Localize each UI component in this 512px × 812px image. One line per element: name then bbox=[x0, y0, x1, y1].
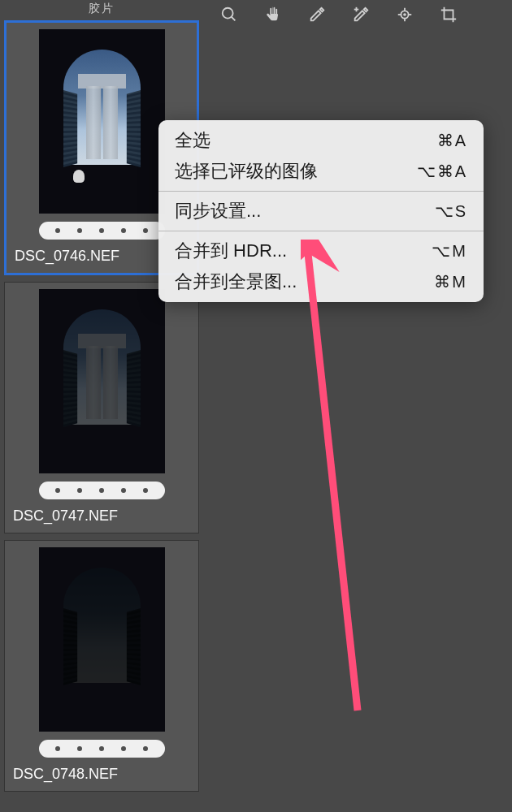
eyedropper-plus-icon[interactable] bbox=[349, 3, 372, 26]
rating-dots[interactable] bbox=[39, 740, 165, 758]
menu-select-all[interactable]: 全选 ⌘A bbox=[158, 125, 484, 156]
menu-label: 合并到 HDR... bbox=[175, 239, 287, 263]
thumbnail-item[interactable]: DSC_0747.NEF bbox=[4, 282, 199, 533]
menu-shortcut: ⌥S bbox=[435, 201, 467, 221]
thumbnail-filename: DSC_0747.NEF bbox=[11, 508, 192, 525]
svg-point-0 bbox=[223, 8, 233, 19]
menu-merge-hdr[interactable]: 合并到 HDR... ⌥M bbox=[158, 235, 484, 266]
menu-merge-panorama[interactable]: 合并到全景图... ⌘M bbox=[158, 266, 484, 297]
target-adjust-icon[interactable] bbox=[393, 3, 416, 26]
menu-shortcut: ⌥M bbox=[432, 241, 467, 261]
thumbnail-item[interactable]: DSC_0748.NEF bbox=[4, 540, 199, 792]
crop-icon[interactable] bbox=[437, 3, 460, 26]
menu-shortcut: ⌥⌘A bbox=[417, 162, 467, 181]
menu-shortcut: ⌘A bbox=[437, 131, 467, 150]
menu-select-rated[interactable]: 选择已评级的图像 ⌥⌘A bbox=[158, 156, 484, 187]
menu-divider bbox=[158, 231, 484, 231]
zoom-icon[interactable] bbox=[218, 3, 241, 26]
menu-label: 同步设置... bbox=[175, 199, 261, 223]
eyedropper-icon[interactable] bbox=[306, 3, 328, 26]
main-toolbar bbox=[203, 0, 512, 29]
hand-icon[interactable] bbox=[262, 3, 284, 26]
context-menu: 全选 ⌘A 选择已评级的图像 ⌥⌘A 同步设置... ⌥S 合并到 HDR...… bbox=[158, 120, 484, 302]
rating-dots[interactable] bbox=[39, 222, 165, 240]
thumbnail-image bbox=[39, 289, 165, 473]
thumbnail-filename: DSC_0748.NEF bbox=[11, 766, 192, 783]
menu-divider bbox=[158, 191, 484, 192]
thumbnail-image bbox=[39, 547, 165, 732]
svg-line-1 bbox=[232, 17, 236, 21]
menu-sync-settings[interactable]: 同步设置... ⌥S bbox=[158, 196, 484, 227]
svg-point-5 bbox=[404, 14, 406, 15]
menu-label: 全选 bbox=[175, 128, 210, 153]
menu-shortcut: ⌘M bbox=[434, 272, 467, 292]
sidebar-header: 胶片 bbox=[4, 0, 199, 20]
thumbnail-image bbox=[39, 29, 165, 214]
menu-label: 合并到全景图... bbox=[175, 270, 297, 294]
rating-dots[interactable] bbox=[39, 482, 165, 499]
menu-label: 选择已评级的图像 bbox=[175, 159, 318, 184]
